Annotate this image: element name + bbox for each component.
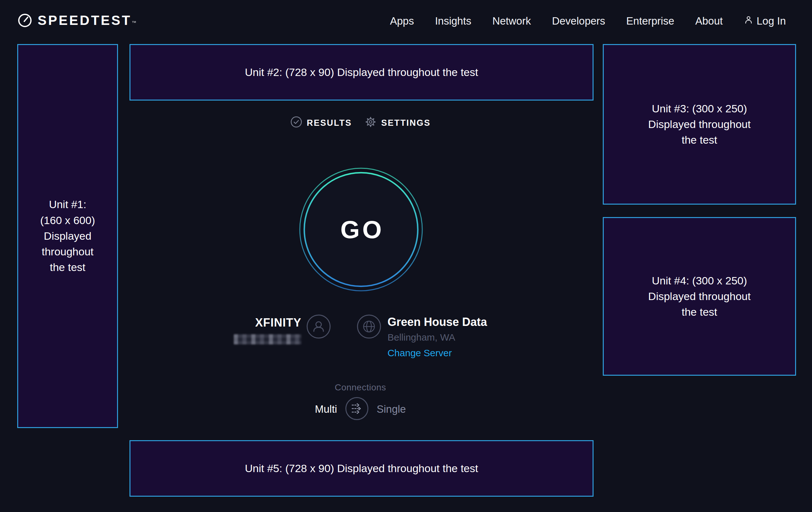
tabs-row: RESULTS [118,115,603,131]
ad-text-line: Displayed [44,228,91,244]
nav-item-apps[interactable]: Apps [390,15,414,27]
logo-text: SPEEDTEST [38,13,132,28]
ad-text-line: the test [50,260,85,275]
nav-item-network[interactable]: Network [492,15,531,27]
connections-toggle-row: Multi Single [118,396,603,423]
ad-text-line: Displayed throughout [648,116,750,132]
ad-text-line: throughout [42,244,94,260]
person-badge-icon [306,314,331,358]
login-button[interactable]: Log In [744,15,786,27]
server-block: Green House Data Bellingham, WA Change S… [356,314,487,358]
toggle-option-single[interactable]: Single [377,403,406,415]
globe-icon [356,314,381,358]
main-nav: Apps Insights Network Developers Enterpr… [390,15,786,27]
ad-text-line: the test [682,304,717,320]
server-location: Bellingham, WA [387,332,487,343]
server-name: Green House Data [387,315,487,329]
redacted-ip [234,334,301,344]
gear-icon [365,116,377,130]
ad-text: Unit #5: (728 x 90) Displayed throughout… [245,461,478,476]
ad-unit-1[interactable]: Unit #1: (160 x 600) Displayed throughou… [17,44,118,428]
check-circle-icon [290,116,302,130]
tab-results[interactable]: RESULTS [290,116,352,130]
speedtest-logo[interactable]: SPEEDTEST™ [17,13,137,29]
nav-item-insights[interactable]: Insights [435,15,471,27]
ad-text-line: Unit #3: (300 x 250) [652,101,747,116]
toggle-option-multi[interactable]: Multi [315,403,337,415]
nav-item-enterprise[interactable]: Enterprise [627,15,674,27]
isp-block: XFINITY [234,314,331,358]
ad-text: Unit #2: (728 x 90) Displayed throughout… [245,64,478,80]
ad-text-line: Displayed throughout [648,289,750,304]
ad-unit-5[interactable]: Unit #5: (728 x 90) Displayed throughout… [129,440,593,497]
tab-settings-label: SETTINGS [381,118,431,128]
multi-connection-arrows-icon[interactable] [345,397,369,422]
go-label: GO [299,167,423,292]
user-icon [744,15,753,27]
ad-text-line: (160 x 600) [40,213,95,228]
change-server-link[interactable]: Change Server [387,348,487,358]
trademark-mark: ™ [132,20,137,25]
isp-name: XFINITY [234,316,301,329]
ad-text-line: Unit #4: (300 x 250) [652,273,747,289]
ad-unit-4[interactable]: Unit #4: (300 x 250) Displayed throughou… [603,217,796,376]
ad-unit-3[interactable]: Unit #3: (300 x 250) Displayed throughou… [603,44,796,205]
ad-unit-2[interactable]: Unit #2: (728 x 90) Displayed throughout… [129,44,593,101]
tab-results-label: RESULTS [307,118,352,128]
nav-item-developers[interactable]: Developers [552,15,605,27]
connections-label: Connections [118,382,603,393]
go-button[interactable]: GO [299,167,423,292]
tab-settings[interactable]: SETTINGS [365,116,431,130]
connection-info-row: XFINITY [118,314,603,358]
speedometer-gauge-icon [17,13,32,29]
ad-text-line: the test [682,132,717,148]
nav-item-about[interactable]: About [695,15,723,27]
login-label: Log In [756,15,786,27]
header: SPEEDTEST™ Apps Insights Network Develop… [0,0,812,42]
ad-text-line: Unit #1: [49,197,86,212]
